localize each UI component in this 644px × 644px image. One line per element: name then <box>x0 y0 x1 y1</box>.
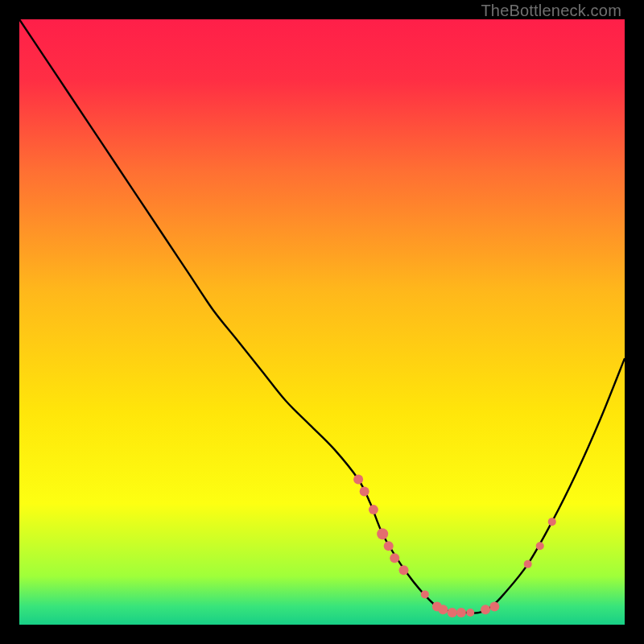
data-marker <box>360 487 369 497</box>
data-marker <box>353 475 363 485</box>
data-marker <box>421 590 429 598</box>
data-marker <box>399 565 409 575</box>
data-marker <box>536 542 544 550</box>
data-marker <box>390 553 399 563</box>
data-marker <box>481 605 490 614</box>
data-marker <box>466 609 474 617</box>
data-marker <box>377 528 388 539</box>
data-marker <box>369 505 378 514</box>
watermark-text: TheBottleneck.com <box>481 2 621 20</box>
data-marker <box>438 605 448 614</box>
data-marker <box>456 608 466 617</box>
bottleneck-chart <box>19 19 625 625</box>
chart-frame <box>19 19 625 625</box>
data-marker <box>448 608 457 617</box>
data-marker <box>384 541 394 551</box>
data-marker <box>524 560 532 568</box>
data-marker <box>548 518 556 526</box>
chart-background <box>19 19 625 625</box>
data-marker <box>489 601 499 611</box>
